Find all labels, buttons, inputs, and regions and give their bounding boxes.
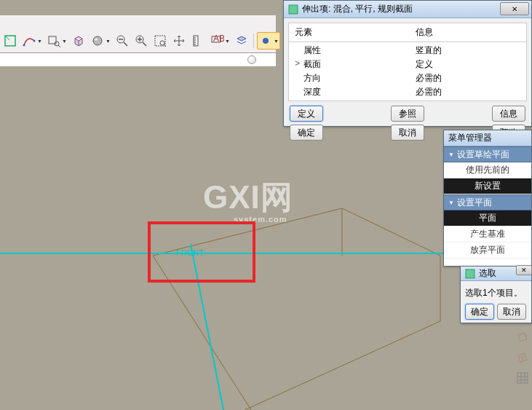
menu-item-use-previous[interactable]: 使用先前的 [444, 162, 531, 178]
select-box-icon[interactable] [1, 32, 19, 50]
svg-text:AB: AB [213, 33, 224, 44]
grid-row[interactable]: 属性竖直的 [289, 44, 526, 58]
curve-icon[interactable]: ▼ [20, 32, 44, 50]
watermark-line1: GXI网 [203, 176, 293, 219]
svg-rect-19 [289, 5, 298, 14]
protrusion-dialog: 伸出项: 混合, 平行, 规则截面 ✕ 元素 信息 属性竖直的 >截面定义 方向… [283, 0, 532, 127]
sphere-icon[interactable]: ▼ [89, 32, 112, 50]
menu-item-new-setup[interactable]: 新设置 [444, 178, 531, 194]
grid-tool-icon[interactable] [515, 370, 531, 386]
sub-toolbar-strip [0, 53, 276, 66]
svg-point-2 [33, 40, 36, 42]
header-element: 元素 [295, 26, 416, 39]
cancel-button[interactable]: 取消 [391, 125, 424, 141]
info-button[interactable]: 信息 [492, 106, 525, 122]
select-dialog: ✕ 选取 选取1个项目。 确定 取消 [460, 266, 532, 323]
orientation-indicator-icon[interactable] [247, 55, 256, 64]
reference-button[interactable]: 参照 [391, 106, 424, 122]
svg-point-1 [23, 44, 25, 47]
annotation-highlight-box [148, 221, 255, 283]
close-icon[interactable]: ✕ [516, 265, 532, 275]
menu-item-make-datum[interactable]: 产生基准 [444, 226, 531, 243]
select-dialog-message: 选取1个项目。 [465, 284, 527, 304]
protrusion-grid-header: 元素 信息 [288, 23, 527, 42]
menu-manager-panel: 菜单管理器 ▼设置草绘平面 使用先前的 新设置 ▼设置平面 平面 产生基准 放弃… [443, 130, 532, 267]
svg-point-21 [521, 356, 524, 359]
layers-icon[interactable] [233, 32, 250, 50]
menu-item-plane[interactable]: 平面 [444, 210, 531, 226]
ok-button[interactable]: 确定 [290, 125, 323, 141]
toolbar-separator [253, 33, 254, 48]
dialog-icon [465, 269, 475, 279]
main-toolbar: ▼ ▼ ▼ AB▼ ▼ [0, 29, 280, 52]
define-button[interactable]: 定义 [290, 106, 323, 122]
select-dialog-title: 选取 [479, 267, 496, 280]
svg-rect-22 [517, 373, 528, 383]
svg-rect-20 [466, 269, 475, 278]
right-side-tools [515, 329, 531, 386]
menu-section-set-plane[interactable]: ▼设置平面 [444, 194, 531, 210]
chevron-down-icon: ▼ [448, 151, 454, 158]
datum-plane-tool-icon[interactable] [515, 329, 531, 345]
text-label-icon[interactable]: AB▼ [208, 32, 231, 50]
svg-point-6 [95, 39, 98, 41]
dialog-icon [288, 4, 298, 15]
grid-row[interactable]: 深度必需的 [289, 85, 526, 99]
fit-view-icon[interactable]: ▼ [45, 32, 68, 50]
zoom-window-icon[interactable] [151, 32, 169, 50]
menu-section-sketch-plane[interactable]: ▼设置草绘平面 [444, 146, 531, 162]
datum-axis-tool-icon[interactable] [515, 350, 531, 366]
close-icon[interactable]: ✕ [500, 2, 529, 15]
cancel-button[interactable]: 取消 [497, 304, 526, 320]
display-style-icon[interactable]: ▼ [257, 32, 280, 50]
zoom-out-icon[interactable] [114, 32, 131, 50]
chevron-down-icon: ▼ [448, 200, 454, 206]
protrusion-dialog-titlebar[interactable]: 伸出项: 混合, 平行, 规则截面 ✕ [284, 1, 531, 18]
zoom-in-icon[interactable] [132, 32, 150, 50]
menu-manager-title[interactable]: 菜单管理器 [444, 130, 531, 146]
menu-item-quit-plane[interactable]: 放弃平面 [444, 243, 531, 259]
ok-button[interactable]: 确定 [465, 304, 494, 320]
pan-icon[interactable] [170, 32, 188, 50]
svg-point-14 [263, 38, 269, 44]
protrusion-grid: 属性竖直的 >截面定义 方向必需的 深度必需的 [288, 42, 527, 101]
watermark: GXI网 system.com [203, 176, 293, 224]
svg-point-5 [93, 36, 102, 45]
grid-row[interactable]: 方向必需的 [289, 71, 526, 85]
grid-row[interactable]: >截面定义 [289, 58, 526, 71]
protrusion-dialog-title: 伸出项: 混合, 平行, 规则截面 [302, 3, 413, 15]
cube-icon[interactable] [70, 32, 87, 50]
header-info: 信息 [416, 26, 433, 39]
measure-icon[interactable] [189, 32, 207, 50]
